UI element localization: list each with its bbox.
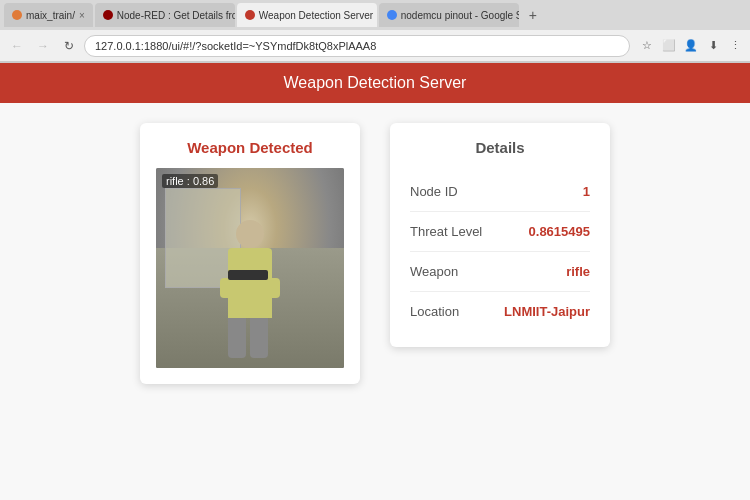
person-arms — [220, 278, 280, 298]
page-content: Weapon Detection Server Weapon Detected — [0, 63, 750, 500]
location-value: LNMIIT-Jaipur — [504, 304, 590, 319]
threat-level-label: Threat Level — [410, 224, 482, 239]
person-head — [236, 220, 264, 248]
tab-2[interactable]: Node-RED : Get Details from M... × — [95, 3, 235, 27]
detection-image: rifle : 0.86 — [156, 168, 344, 368]
node-id-row: Node ID 1 — [410, 172, 590, 212]
tab-3[interactable]: Weapon Detection Server × — [237, 3, 377, 27]
weapon-detected-title: Weapon Detected — [156, 139, 344, 156]
tab-2-favicon — [103, 10, 113, 20]
tab-1-close[interactable]: × — [79, 10, 85, 21]
page-header: Weapon Detection Server — [0, 63, 750, 103]
weapon-row: Weapon rifle — [410, 252, 590, 292]
browser-chrome: maix_train/ × Node-RED : Get Details fro… — [0, 0, 750, 63]
person-leg-right — [250, 318, 268, 358]
threat-level-value: 0.8615495 — [529, 224, 590, 239]
node-id-label: Node ID — [410, 184, 458, 199]
bookmark-icon[interactable]: ☆ — [638, 37, 656, 55]
tab-3-label: Weapon Detection Server — [259, 10, 373, 21]
tab-4[interactable]: nodemcu pinout - Google Sea... × — [379, 3, 519, 27]
download-icon[interactable]: ⬇ — [704, 37, 722, 55]
page-header-title: Weapon Detection Server — [284, 74, 467, 92]
node-id-value: 1 — [583, 184, 590, 199]
tab-bar: maix_train/ × Node-RED : Get Details fro… — [0, 0, 750, 30]
location-row: Location LNMIIT-Jaipur — [410, 292, 590, 331]
location-label: Location — [410, 304, 459, 319]
tab-1[interactable]: maix_train/ × — [4, 3, 93, 27]
details-panel: Details Node ID 1 Threat Level 0.8615495… — [390, 123, 610, 347]
reload-button[interactable]: ↻ — [58, 35, 80, 57]
person-weapon — [228, 270, 268, 280]
new-tab-button[interactable]: + — [521, 3, 545, 27]
weapon-value: rifle — [566, 264, 590, 279]
person-leg-left — [228, 318, 246, 358]
account-icon[interactable]: 👤 — [682, 37, 700, 55]
extension-icon[interactable]: ⬜ — [660, 37, 678, 55]
weapon-detected-panel: Weapon Detected — [140, 123, 360, 384]
menu-icon[interactable]: ⋮ — [726, 37, 744, 55]
forward-button[interactable]: → — [32, 35, 54, 57]
detection-label: rifle : 0.86 — [162, 174, 218, 188]
person-legs — [228, 318, 272, 358]
main-area: Weapon Detected — [0, 103, 750, 500]
tab-3-favicon — [245, 10, 255, 20]
threat-level-row: Threat Level 0.8615495 — [410, 212, 590, 252]
tab-1-label: maix_train/ — [26, 10, 75, 21]
nav-icons: ☆ ⬜ 👤 ⬇ ⋮ — [638, 37, 744, 55]
person-body — [228, 248, 272, 318]
person-figure — [228, 220, 272, 358]
tab-4-label: nodemcu pinout - Google Sea... — [401, 10, 519, 21]
tab-1-favicon — [12, 10, 22, 20]
address-text: 127.0.0.1:1880/ui/#!/?socketId=~YSYmdfDk… — [95, 40, 376, 52]
tab-2-label: Node-RED : Get Details from M... — [117, 10, 235, 21]
nav-bar: ← → ↻ 127.0.0.1:1880/ui/#!/?socketId=~YS… — [0, 30, 750, 62]
tab-4-favicon — [387, 10, 397, 20]
address-bar[interactable]: 127.0.0.1:1880/ui/#!/?socketId=~YSYmdfDk… — [84, 35, 630, 57]
details-title: Details — [410, 139, 590, 156]
back-button[interactable]: ← — [6, 35, 28, 57]
weapon-label: Weapon — [410, 264, 458, 279]
